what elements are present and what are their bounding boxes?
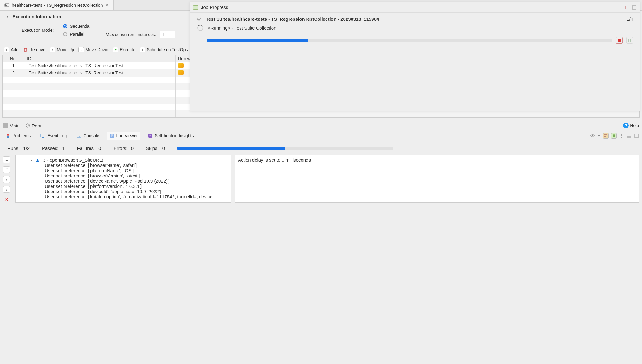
plus-icon: ＋ (140, 47, 145, 52)
tab-main[interactable]: Main (3, 123, 20, 128)
tab-problems[interactable]: Problems (3, 132, 33, 139)
execute-button[interactable]: Execute (113, 47, 135, 52)
log-line[interactable]: User set preference: ['deviceName', 'App… (18, 178, 229, 184)
cell-id: Test Suites/healthcare-tests - TS_Regres… (24, 62, 176, 69)
progress-view-icon (193, 5, 198, 10)
play-icon (113, 47, 118, 52)
remove-all-icon[interactable] (624, 5, 629, 10)
tab-label: Console (83, 133, 99, 138)
svg-rect-9 (77, 134, 81, 138)
log-line[interactable]: User set preference: ['deviceId', 'apple… (18, 189, 229, 194)
tab-label: Event Log (47, 133, 67, 138)
log-icon (110, 133, 115, 138)
lower-tabs: Problems Event Log Console Log Viewer Se… (0, 130, 642, 141)
close-icon[interactable]: ✕ (105, 3, 109, 8)
max-instances-input[interactable] (160, 31, 175, 38)
svg-rect-15 (604, 136, 606, 137)
remove-button[interactable]: Remove (23, 47, 45, 52)
tab-console[interactable]: Console (74, 132, 102, 139)
log-line[interactable]: User set preference: ['platformName', 'I… (18, 168, 229, 173)
job-progress-bar (207, 39, 612, 42)
btn-label: Move Down (85, 47, 108, 52)
log-line[interactable]: User set preference: ['platformVersion',… (18, 184, 229, 189)
job-count: 1/4 (627, 16, 633, 22)
move-up-button[interactable]: ↑Move Up (50, 47, 74, 52)
table-row-empty (3, 110, 639, 117)
svg-rect-19 (632, 6, 636, 9)
stop-button[interactable] (616, 37, 623, 44)
chevron-down-icon: ▼ (6, 15, 9, 18)
minimize-icon[interactable] (627, 133, 632, 138)
editor-tab-active[interactable]: healthcare-tests - TS_RegressionTestColl… (0, 0, 114, 10)
tab-log-viewer[interactable]: Log Viewer (107, 132, 141, 140)
radio-icon (63, 24, 67, 28)
radio-parallel[interactable]: Parallel (63, 32, 90, 37)
log-node: 3 - openBrowser(G_SiteURL) (43, 157, 103, 163)
runs-value: 1/2 (23, 146, 30, 151)
editor-tab-title: healthcare-tests - TS_RegressionTestColl… (12, 3, 103, 8)
svg-rect-7 (41, 134, 45, 137)
plus-icon: ＋ (4, 47, 9, 52)
more-icon[interactable]: ⋮ (619, 133, 624, 138)
pause-button[interactable] (626, 37, 633, 44)
svg-rect-8 (42, 137, 44, 138)
runs-label: Runs: (7, 146, 19, 151)
max-instances-label: Max concurrent instances: (106, 32, 156, 37)
step-icon: ▲ (35, 157, 40, 163)
trash-icon (23, 47, 28, 52)
cell-no: 1 (3, 62, 24, 69)
col-no[interactable]: No. (3, 55, 24, 62)
log-line[interactable]: User set preference: ['browserName', 'sa… (18, 163, 229, 168)
log-tree[interactable]: ▾ ▲ 3 - openBrowser(G_SiteURL) User set … (15, 155, 231, 203)
svg-point-20 (198, 18, 200, 19)
radio-label: Sequential (70, 24, 90, 29)
svg-rect-2 (5, 5, 7, 6)
schedule-button[interactable]: ＋Schedule on TestOps (140, 47, 188, 52)
tab-result[interactable]: Result (25, 123, 45, 128)
log-line[interactable]: User set preference: ['katalon:option', … (18, 194, 229, 199)
next-icon[interactable]: ↓ (3, 186, 10, 193)
tab-label: Problems (12, 133, 31, 138)
tab-label: Result (32, 123, 45, 128)
execution-mode-label: Execution Mode: (22, 28, 54, 33)
clear-icon[interactable]: ⨯ (3, 196, 10, 203)
add-button[interactable]: ＋Add (4, 47, 19, 52)
svg-point-6 (7, 136, 9, 138)
move-down-button[interactable]: ↓Move Down (78, 47, 108, 52)
prev-icon[interactable]: ↑ (3, 176, 10, 183)
help-label: Help (630, 123, 639, 128)
job-progress-title: Job Progress (201, 5, 228, 10)
minimize-icon[interactable] (632, 5, 637, 10)
test-suite-collection-icon (4, 3, 9, 8)
eye-icon[interactable] (197, 17, 202, 22)
help-link[interactable]: ? Help (623, 123, 639, 128)
cell-no: 2 (3, 69, 24, 77)
log-detail-pane[interactable]: Action delay is set to 0 milliseconds (235, 155, 639, 203)
svg-rect-18 (635, 134, 638, 138)
chevron-down-icon[interactable]: ▾ (31, 159, 32, 162)
tab-label: Main (10, 123, 20, 128)
tab-label: Log Viewer (116, 133, 138, 138)
radio-sequential[interactable]: Sequential (63, 24, 90, 29)
maximize-icon[interactable] (634, 133, 639, 138)
tab-event-log[interactable]: Event Log (38, 132, 69, 139)
expand-all-icon[interactable]: ⇈ (3, 166, 10, 173)
pie-icon (25, 123, 30, 128)
col-id[interactable]: ID (24, 55, 176, 62)
errors-label: Errors: (114, 146, 127, 151)
log-line[interactable]: User set preference: ['browserVersion', … (18, 173, 229, 178)
log-detail-text: Action delay is set to 0 milliseconds (238, 157, 311, 163)
svg-rect-1 (5, 4, 6, 5)
dropdown-icon[interactable]: ▼ (598, 134, 601, 138)
tree-view-icon[interactable] (603, 133, 609, 139)
collapse-all-icon[interactable]: ⇊ (3, 156, 10, 163)
heal-icon (148, 133, 153, 138)
tab-self-healing[interactable]: Self-healing Insights (145, 132, 196, 139)
lock-icon[interactable] (611, 133, 617, 139)
radio-icon (63, 32, 67, 36)
watch-icon[interactable] (590, 133, 595, 138)
errors-value: 0 (131, 146, 134, 151)
btn-label: Execute (120, 47, 135, 52)
skips-label: Skips: (146, 146, 159, 151)
help-icon: ? (623, 123, 629, 128)
